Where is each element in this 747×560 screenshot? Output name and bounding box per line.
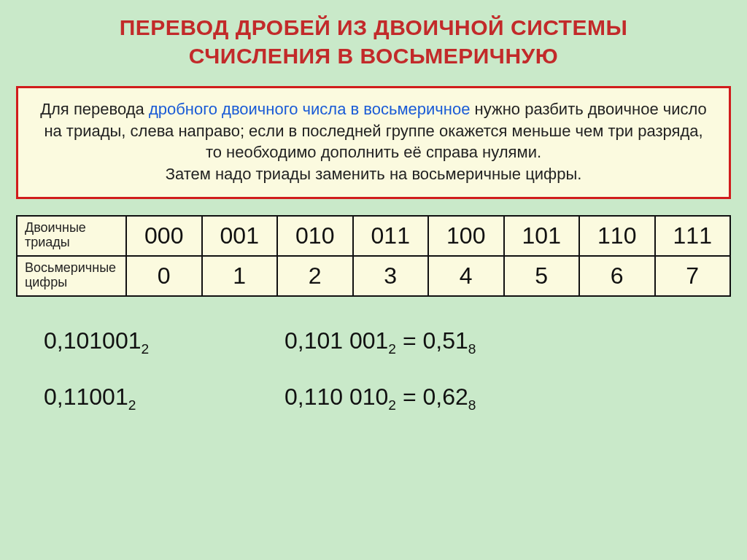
example-left-sub: 2 xyxy=(128,398,136,413)
triad-cell: 011 xyxy=(353,216,429,256)
row-header-digits: Восьмеричные цифры xyxy=(17,256,126,296)
examples-block: 0,1010012 0,101 0012 = 0,518 0,110012 0,… xyxy=(0,327,747,414)
example-row: 0,110012 0,110 0102 = 0,628 xyxy=(44,384,703,413)
triad-cell: 001 xyxy=(202,216,278,256)
digit-cell: 0 xyxy=(126,256,202,296)
example-left-value: 0,11001 xyxy=(44,384,128,410)
rule-box: Для перевода дробного двоичного числа в … xyxy=(16,86,731,199)
example-row: 0,1010012 0,101 0012 = 0,518 xyxy=(44,327,703,357)
triad-table: Двоичные триады 000 001 010 011 100 101 … xyxy=(16,215,731,297)
row-header-triads: Двоичные триады xyxy=(17,216,126,256)
example-right-lhs-sub: 2 xyxy=(388,341,396,357)
example-right-rhs: 0,51 xyxy=(423,327,468,354)
rule-highlight: дробного двоичного числа в восьмеричное xyxy=(149,100,471,118)
rule-line2: Затем надо триады заменить на восьмеричн… xyxy=(166,165,582,183)
rule-part1: Для перевода xyxy=(40,100,149,118)
digit-cell: 1 xyxy=(202,256,278,296)
example-left-value: 0,101001 xyxy=(44,327,141,354)
table-row: Двоичные триады 000 001 010 011 100 101 … xyxy=(17,216,730,256)
example-right-lhs-sub: 2 xyxy=(388,398,396,413)
digit-cell: 6 xyxy=(579,256,655,296)
triad-cell: 101 xyxy=(504,216,580,256)
triad-cell: 111 xyxy=(655,216,731,256)
digit-cell: 4 xyxy=(428,256,504,296)
example-right: 0,110 0102 = 0,628 xyxy=(285,384,476,413)
example-right-lhs: 0,101 001 xyxy=(285,327,388,354)
example-right-rhs-sub: 8 xyxy=(468,398,476,413)
triad-cell: 000 xyxy=(126,216,202,256)
example-eq: = xyxy=(396,384,422,410)
digit-cell: 5 xyxy=(504,256,580,296)
example-right-rhs: 0,62 xyxy=(423,384,468,410)
triad-cell: 010 xyxy=(277,216,353,256)
example-left: 0,110012 xyxy=(44,384,226,413)
example-right-lhs: 0,110 010 xyxy=(285,384,388,410)
table-row: Восьмеричные цифры 0 1 2 3 4 5 6 7 xyxy=(17,256,730,296)
example-right: 0,101 0012 = 0,518 xyxy=(285,327,476,357)
digit-cell: 2 xyxy=(277,256,353,296)
slide-title: ПЕРЕВОД ДРОБЕЙ ИЗ ДВОИЧНОЙ СИСТЕМЫ СЧИСЛ… xyxy=(0,0,747,86)
triad-cell: 100 xyxy=(428,216,504,256)
example-left-sub: 2 xyxy=(141,341,149,357)
title-line-2: СЧИСЛЕНИЯ В ВОСЬМЕРИЧНУЮ xyxy=(189,44,558,68)
example-eq: = xyxy=(396,327,422,354)
digit-cell: 7 xyxy=(655,256,731,296)
triad-cell: 110 xyxy=(579,216,655,256)
example-left: 0,1010012 xyxy=(44,327,226,357)
digit-cell: 3 xyxy=(353,256,429,296)
example-right-rhs-sub: 8 xyxy=(468,341,476,357)
title-line-1: ПЕРЕВОД ДРОБЕЙ ИЗ ДВОИЧНОЙ СИСТЕМЫ xyxy=(120,15,628,39)
